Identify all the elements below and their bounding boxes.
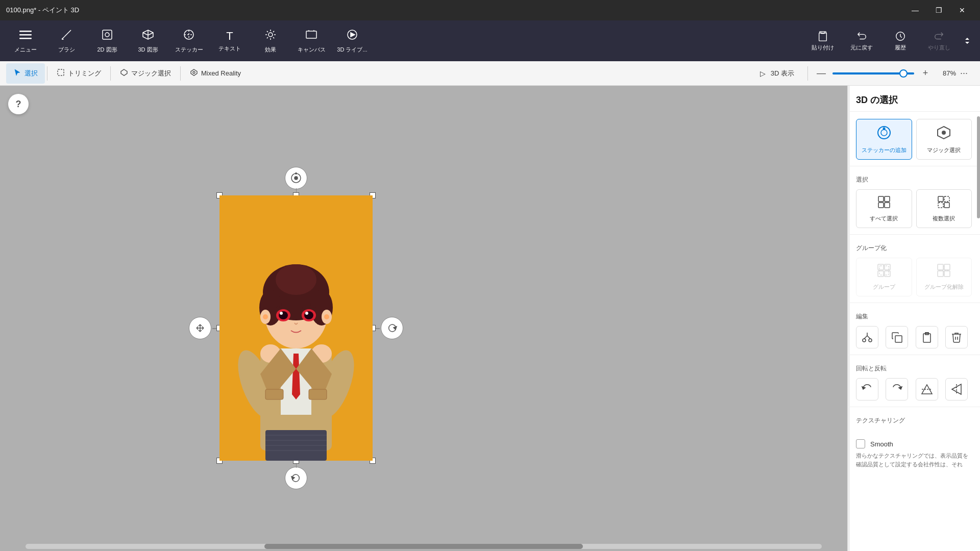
panel-divider-1 (848, 166, 980, 166)
svg-rect-12 (58, 69, 64, 76)
toolbar-end: 貼り付け 元に戻す 履歴 やり直し (804, 22, 975, 59)
ungroup-label: グループ化解除 (924, 283, 964, 291)
svg-rect-10 (819, 33, 827, 41)
minimize-button[interactable]: — (903, 0, 927, 20)
zoom-slider-thumb[interactable] (899, 69, 908, 78)
move-handle-left[interactable] (189, 317, 211, 339)
ungroup-button[interactable]: グループ化解除 (916, 258, 972, 296)
rotate-left-button[interactable] (856, 378, 878, 400)
panel-divider-5 (848, 407, 980, 407)
brush-icon (60, 29, 72, 44)
svg-point-26 (276, 264, 316, 295)
canvas-scrollbar[interactable] (26, 544, 822, 549)
sub-tool-select[interactable]: 選択 (6, 63, 45, 84)
title-bar: 0100.png* - ペイント 3D — ❐ ✕ (0, 0, 980, 20)
zoom-out-button[interactable]: — (814, 66, 828, 81)
toolbar-canvas[interactable]: キャンバス (291, 22, 332, 59)
sub-tool-mixed-label: Mixed Reality (201, 69, 241, 77)
toolbar-redo[interactable]: やり直し (921, 22, 958, 59)
delete-button[interactable] (945, 326, 968, 348)
svg-rect-56 (885, 196, 890, 202)
add-sticker-button[interactable]: ステッカーの追加 (856, 119, 912, 160)
svg-point-75 (869, 339, 872, 342)
flip-vertical-button[interactable] (916, 378, 938, 400)
panel-divider-4 (848, 355, 980, 355)
sub-tool-magic[interactable]: マジック選択 (113, 63, 178, 84)
maximize-button[interactable]: ❐ (927, 0, 950, 20)
effects-icon (264, 29, 277, 44)
cut-button[interactable] (856, 326, 878, 348)
toolbar-3d[interactable]: 3D 図形 (128, 22, 168, 59)
panel-scroll-divider (848, 86, 850, 551)
toolbar-undo-label: 元に戻す (850, 44, 873, 52)
sub-tool-trim[interactable]: トリミング (50, 63, 108, 84)
canvas-icon (305, 29, 317, 44)
toolbar-brush[interactable]: ブラシ (46, 22, 87, 59)
panel-scrollbar[interactable] (977, 116, 980, 218)
rotation-handle-top[interactable] (285, 167, 307, 189)
flip-horizontal-button[interactable] (945, 378, 968, 400)
panel-divider-2 (848, 234, 980, 235)
svg-rect-2 (19, 38, 32, 39)
toolbar-menu-label: メニュー (14, 46, 37, 54)
toolbar-3dlive[interactable]: 3D ライブ... (332, 22, 373, 59)
magic-select-button[interactable]: マジック選択 (916, 119, 972, 160)
paste-button[interactable] (916, 326, 938, 348)
menu-icon (19, 29, 32, 44)
toolbar-2d[interactable]: 2D 図形 (87, 22, 128, 59)
zoom-more-button[interactable]: ··· (960, 68, 968, 79)
rotate-handle-right[interactable] (381, 317, 403, 339)
close-button[interactable]: ✕ (950, 0, 974, 20)
svg-rect-65 (878, 271, 884, 277)
zoom-in-button[interactable]: + (918, 66, 933, 81)
sub-tool-trim-label: トリミング (68, 69, 101, 78)
multi-select-button[interactable]: 複数選択 (916, 189, 972, 228)
toolbar-history[interactable]: 履歴 (882, 22, 919, 59)
toolbar-paste[interactable]: 貼り付け (804, 22, 841, 59)
svg-rect-67 (879, 266, 889, 275)
toolbar-text-label: テキスト (218, 45, 241, 53)
sub-toolbar: 選択 トリミング マジック選択 Mixed Reality ▷ 3D 表示 — … (0, 61, 980, 86)
svg-rect-3 (103, 30, 112, 39)
select-all-icon (877, 195, 891, 212)
zoom-separator (807, 66, 808, 81)
selected-object-container[interactable] (219, 195, 373, 461)
toolbar-sticker[interactable]: ステッカー (168, 22, 209, 59)
toolbar-brush-label: ブラシ (58, 46, 75, 54)
3dlive-icon (346, 29, 358, 44)
3d-shape-icon (142, 29, 154, 44)
toolbar-collapse-button[interactable] (960, 22, 975, 59)
toolbar-undo[interactable]: 元に戻す (843, 22, 880, 59)
canvas-scrollbar-thumb[interactable] (264, 544, 583, 549)
group-button[interactable]: グループ (856, 258, 912, 296)
smooth-label[interactable]: Smooth (870, 440, 893, 448)
help-button[interactable]: ? (8, 94, 29, 114)
svg-rect-61 (938, 203, 943, 208)
svg-rect-0 (19, 31, 32, 32)
select-all-button[interactable]: すべて選択 (856, 189, 912, 228)
copy-button[interactable] (886, 326, 908, 348)
sub-tool-select-label: 選択 (24, 69, 38, 78)
sub-tool-mixed[interactable]: Mixed Reality (183, 63, 248, 84)
toolbar-menu[interactable]: メニュー (5, 22, 46, 59)
smooth-checkbox[interactable] (856, 439, 865, 448)
panel-top-grid: ステッカーの追加 マジック選択 (856, 119, 972, 160)
panel-select-grid: すべて選択 複数選択 (856, 189, 972, 228)
svg-point-6 (268, 33, 273, 37)
canvas-area[interactable]: ? (0, 86, 847, 551)
3dview-button[interactable]: ▷ 3D 表示 (753, 63, 801, 84)
toolbar-paste-label: 貼り付け (812, 44, 834, 52)
toolbar-text[interactable]: T テキスト (209, 22, 250, 59)
panel-edit-title: 編集 (856, 312, 972, 321)
rotation-handle-bottom[interactable] (285, 467, 307, 489)
rotate-right-button[interactable] (886, 378, 908, 400)
select-icon (13, 68, 21, 79)
group-label: グループ (873, 283, 895, 291)
svg-point-4 (105, 33, 109, 37)
zoom-slider[interactable] (832, 72, 914, 74)
panel-section-rotate: 回転と反転 (848, 357, 980, 405)
panel-section-group: グループ化 グループ グループ化解除 (848, 237, 980, 300)
smooth-row: Smooth (848, 434, 980, 452)
svg-rect-57 (878, 203, 884, 208)
toolbar-effects[interactable]: 効果 (250, 22, 291, 59)
